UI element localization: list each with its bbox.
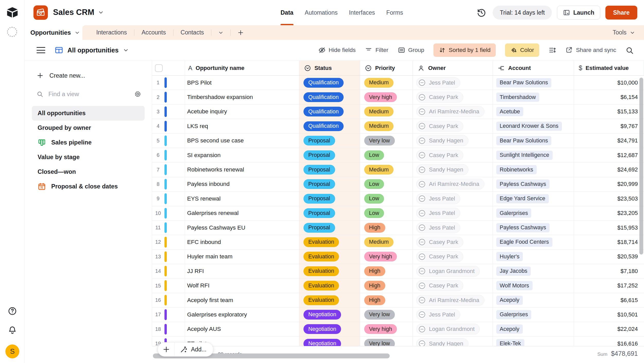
sidebar-view-grouped-by-owner[interactable]: Grouped by owner — [32, 121, 145, 135]
add-with-ai-button[interactable]: Add... — [175, 346, 213, 353]
cell-owner[interactable]: Sandy Hagen — [413, 134, 493, 148]
group-button[interactable]: Group — [398, 46, 424, 54]
cell-owner[interactable]: Jess Patel — [413, 221, 493, 235]
cell-priority[interactable]: Medium — [360, 162, 413, 177]
cell-owner[interactable]: Ari Ramírez-Medina — [413, 177, 493, 191]
cell-priority[interactable]: Medium — [360, 105, 413, 119]
cell-owner[interactable]: Logan Grandmont — [413, 264, 493, 278]
trial-badge[interactable]: Trial: 14 days left — [493, 6, 552, 20]
cell-priority[interactable]: High — [360, 278, 413, 293]
cell-estimated-value[interactable]: $24,692 — [574, 162, 644, 177]
cell-estimated-value[interactable]: $18,714 — [574, 235, 644, 249]
cell-account[interactable]: Galerprises — [493, 307, 574, 322]
cell-estimated-value[interactable]: $7,180 — [574, 264, 644, 278]
nav-automations[interactable]: Automations — [305, 0, 338, 25]
share-and-sync-button[interactable]: Share and sync — [565, 46, 616, 54]
cell-owner[interactable]: Casey Park — [413, 90, 493, 104]
workspace-placeholder-icon[interactable] — [7, 27, 17, 37]
cell-estimated-value[interactable]: $17,252 — [574, 278, 644, 293]
add-table-button[interactable] — [231, 29, 251, 36]
cell-account[interactable]: Eagle Food Centers — [493, 235, 574, 249]
cell-owner[interactable]: Logan Grandmont — [413, 322, 493, 336]
cell-owner[interactable]: Casey Park — [413, 235, 493, 249]
cell-priority[interactable]: Very low — [360, 307, 413, 322]
cell-owner[interactable]: Jess Patel — [413, 76, 493, 90]
cell-opportunity-name[interactable]: 11Payless Cashways EU — [152, 221, 299, 235]
cell-estimated-value[interactable]: $20,999 — [574, 177, 644, 191]
cell-account[interactable]: Wolf Motors — [493, 278, 574, 293]
cell-estimated-value[interactable]: $15,133 — [574, 105, 644, 119]
cell-status[interactable]: Negotiation — [299, 337, 360, 346]
cell-owner[interactable]: Jess Patel — [413, 206, 493, 220]
sidebar-view-value-by-stage[interactable]: Value by stage — [32, 150, 145, 165]
share-button[interactable]: Share — [605, 6, 637, 20]
cell-account[interactable]: Leonard Krower & Sons — [493, 119, 574, 133]
column-header-account[interactable]: Account — [493, 61, 574, 75]
cell-priority[interactable]: Medium — [360, 235, 413, 249]
cell-account[interactable]: Timbershadow — [493, 90, 574, 104]
cell-account[interactable]: Robinetworks — [493, 162, 574, 177]
select-all-checkbox[interactable] — [155, 64, 163, 72]
cell-priority[interactable]: High — [360, 264, 413, 278]
cell-account[interactable]: Bear Paw Solutions — [493, 134, 574, 148]
cell-status[interactable]: Proposal — [299, 221, 360, 235]
row-number[interactable]: 6 — [152, 148, 164, 162]
cell-owner[interactable]: Casey Park — [413, 250, 493, 264]
cell-status[interactable]: Negotiation — [299, 307, 360, 322]
cell-status[interactable]: Evaluation — [299, 235, 360, 249]
cell-estimated-value[interactable]: $23,503 — [574, 192, 644, 206]
cell-opportunity-name[interactable]: 1BPS Pilot — [152, 76, 299, 90]
cell-estimated-value[interactable]: $15,953 — [574, 221, 644, 235]
add-record-button[interactable] — [158, 342, 175, 356]
cell-owner[interactable]: Sandy Hagen — [413, 162, 493, 177]
row-number[interactable]: 8 — [152, 177, 164, 191]
row-number[interactable]: 3 — [152, 105, 164, 119]
cell-account[interactable]: Acepoly — [493, 293, 574, 307]
history-icon[interactable] — [477, 8, 486, 17]
cell-owner[interactable]: Casey Park — [413, 278, 493, 293]
cell-opportunity-name[interactable]: 16Acepoly first team — [152, 293, 299, 307]
cell-opportunity-name[interactable]: 12EFC inbound — [152, 235, 299, 249]
column-header-estimated-value[interactable]: $Estimated value — [574, 61, 644, 75]
cell-opportunity-name[interactable]: 6SI expansion — [152, 148, 299, 162]
cell-priority[interactable]: High — [360, 293, 413, 307]
user-avatar[interactable]: S — [5, 344, 19, 358]
cell-account[interactable]: Sunlight Intelligence — [493, 148, 574, 162]
cell-account[interactable]: Jay Jacobs — [493, 264, 574, 278]
cell-priority[interactable]: Medium — [360, 119, 413, 133]
base-title[interactable]: Sales CRM — [53, 8, 104, 17]
sidebar-view-closed-won[interactable]: Closed—won — [32, 165, 145, 179]
row-number[interactable]: 12 — [152, 235, 164, 249]
cell-priority[interactable]: High — [360, 221, 413, 235]
cell-status[interactable]: Evaluation — [299, 293, 360, 307]
row-number[interactable]: 10 — [152, 206, 164, 220]
view-sidebar-toggle-icon[interactable] — [37, 47, 45, 53]
tab-opportunities[interactable]: Opportunities — [25, 25, 82, 40]
cell-priority[interactable]: Very low — [360, 134, 413, 148]
row-height-button[interactable] — [549, 46, 556, 54]
column-header-priority[interactable]: Priority — [360, 61, 413, 75]
cell-priority[interactable]: Low — [360, 192, 413, 206]
cell-account[interactable]: Huyler's — [493, 250, 574, 264]
airtable-logo-icon[interactable] — [6, 6, 19, 19]
column-summary[interactable]: Sum $478,691 — [597, 350, 638, 357]
row-number[interactable]: 2 — [152, 90, 164, 104]
cell-opportunity-name[interactable]: 5BPS second use case — [152, 134, 299, 148]
cell-status[interactable]: Evaluation — [299, 278, 360, 293]
cell-estimated-value[interactable]: $9,767 — [574, 119, 644, 133]
tabs-expand-chevron-icon[interactable] — [211, 30, 230, 35]
row-number[interactable]: 18 — [152, 322, 164, 336]
cell-status[interactable]: Proposal — [299, 162, 360, 177]
cell-opportunity-name[interactable]: 2Timbershadow expansion — [152, 90, 299, 104]
cell-estimated-value[interactable]: $16,616 — [574, 337, 644, 346]
cell-estimated-value[interactable]: $6,615 — [574, 293, 644, 307]
cell-status[interactable]: Qualification — [299, 105, 360, 119]
cell-status[interactable]: Evaluation — [299, 264, 360, 278]
cell-priority[interactable]: Very high — [360, 322, 413, 336]
cell-estimated-value[interactable]: $10,501 — [574, 307, 644, 322]
cell-priority[interactable]: Very low — [360, 337, 413, 346]
cell-opportunity-name[interactable]: 17Galerprises exploratory — [152, 307, 299, 322]
search-button[interactable] — [625, 46, 633, 54]
cell-account[interactable]: Acetube — [493, 105, 574, 119]
color-button[interactable]: Color — [505, 43, 539, 57]
